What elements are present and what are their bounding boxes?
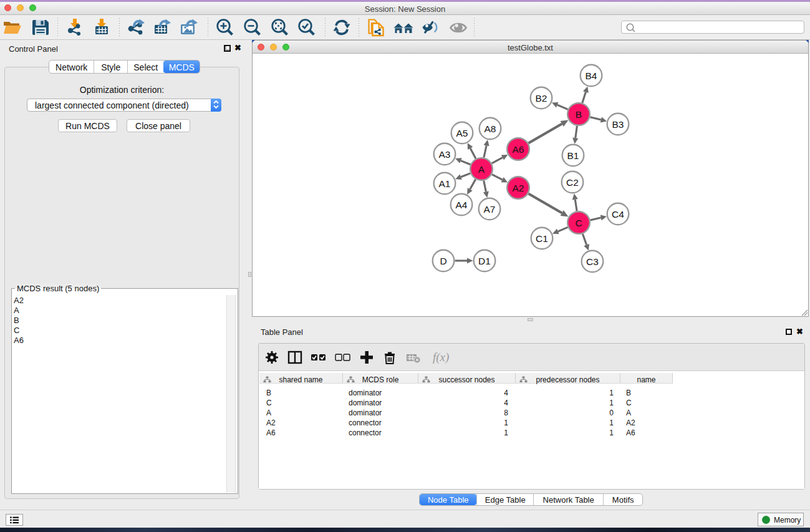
svg-text:A4: A4 xyxy=(456,200,468,210)
svg-text:B1: B1 xyxy=(567,150,579,161)
svg-text:B4: B4 xyxy=(586,70,597,81)
svg-text:A2: A2 xyxy=(513,183,524,193)
svg-text:f(x): f(x) xyxy=(433,351,449,364)
svg-text:D1: D1 xyxy=(478,256,491,266)
svg-text:C4: C4 xyxy=(612,209,624,220)
svg-text:C1: C1 xyxy=(536,233,548,244)
svg-text:A: A xyxy=(478,164,485,175)
svg-text:C2: C2 xyxy=(566,177,579,188)
svg-text:A6: A6 xyxy=(513,144,524,155)
svg-text:A3: A3 xyxy=(439,149,451,160)
svg-text:A1: A1 xyxy=(439,178,451,189)
svg-text:B: B xyxy=(576,109,582,120)
svg-text:B3: B3 xyxy=(612,119,624,130)
svg-text:B2: B2 xyxy=(536,93,547,104)
svg-text:A5: A5 xyxy=(456,128,468,138)
svg-text:C: C xyxy=(575,218,582,228)
svg-text:C3: C3 xyxy=(586,256,599,267)
svg-text:D: D xyxy=(440,256,446,266)
svg-text:A8: A8 xyxy=(485,123,496,134)
svg-text:A7: A7 xyxy=(484,204,496,215)
